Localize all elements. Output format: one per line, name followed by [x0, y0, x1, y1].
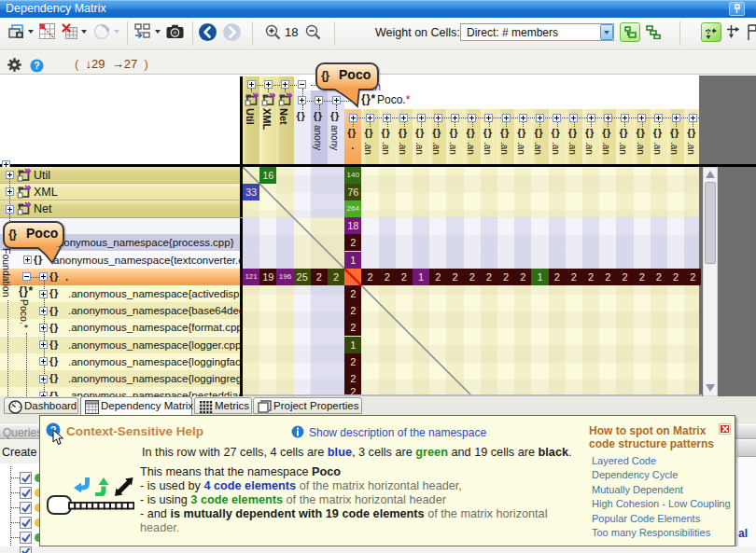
- svg-text:?: ?: [34, 60, 39, 71]
